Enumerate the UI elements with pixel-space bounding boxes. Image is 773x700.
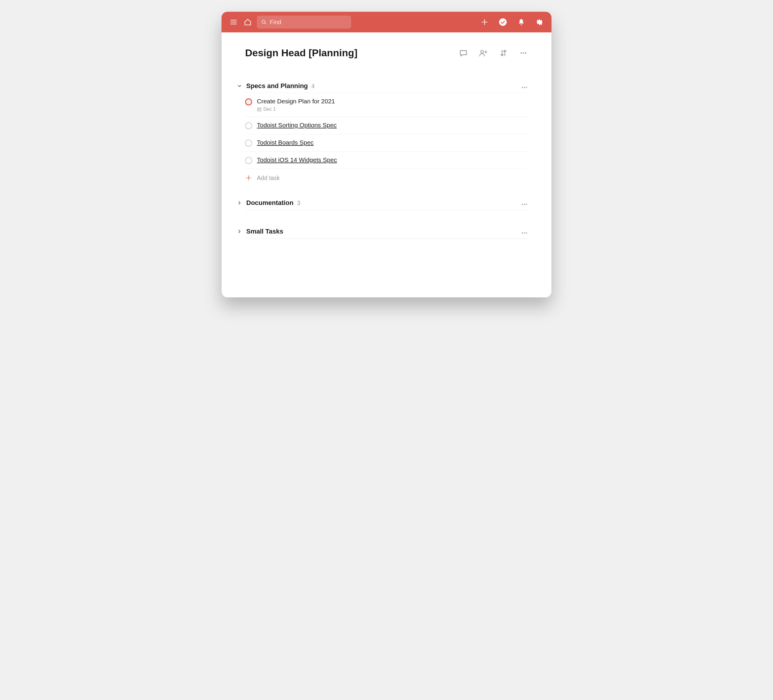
project-header: Design Head [Planning]	[245, 47, 528, 59]
project-actions	[459, 49, 528, 58]
task-row[interactable]: Todoist Sorting Options Spec	[245, 117, 528, 134]
task-title: Todoist Boards Spec	[257, 139, 528, 146]
plus-icon	[481, 18, 488, 26]
task-row[interactable]: Create Design Plan for 2021 Dec 1	[245, 93, 528, 117]
project-title: Design Head [Planning]	[245, 47, 358, 59]
project-more-button[interactable]	[519, 49, 528, 58]
task-checkbox[interactable]	[245, 140, 252, 147]
svg-point-17	[524, 87, 525, 88]
share-button[interactable]	[479, 49, 488, 58]
check-circle-icon	[499, 18, 507, 26]
svg-point-24	[522, 204, 523, 205]
quick-add-button[interactable]	[480, 17, 490, 27]
more-icon	[521, 201, 528, 208]
topbar-right	[480, 17, 544, 27]
task-title: Todoist Sorting Options Spec	[257, 122, 528, 129]
svg-point-16	[522, 87, 523, 88]
bell-icon	[518, 18, 525, 26]
home-button[interactable]	[243, 17, 253, 27]
svg-point-29	[526, 232, 527, 233]
task-checkbox[interactable]	[245, 122, 252, 129]
task-row[interactable]: Todoist Boards Spec	[245, 134, 528, 152]
add-task-label: Add task	[257, 175, 280, 181]
svg-point-7	[499, 18, 507, 26]
section-specs-and-planning: Specs and Planning 4 Create Design Plan …	[245, 82, 528, 181]
more-icon	[520, 49, 527, 57]
svg-point-26	[526, 204, 527, 205]
chevron-right-icon	[237, 229, 242, 234]
topbar	[222, 12, 551, 33]
section-more-button[interactable]	[521, 84, 528, 91]
svg-point-18	[526, 87, 527, 88]
comment-icon	[459, 49, 467, 57]
divider	[245, 210, 528, 210]
productivity-button[interactable]	[498, 17, 508, 27]
chevron-down-icon	[237, 83, 242, 89]
task-list: Create Design Plan for 2021 Dec 1 Todois…	[245, 93, 528, 181]
section-documentation: Documentation 3	[245, 199, 528, 210]
gear-icon	[536, 18, 544, 26]
svg-point-15	[525, 52, 526, 53]
search-box[interactable]	[257, 16, 351, 29]
content: Design Head [Planning]	[222, 33, 551, 297]
search-input[interactable]	[270, 19, 347, 26]
more-icon	[521, 229, 528, 237]
task-title: Todoist iOS 14 Widgets Spec	[257, 156, 528, 163]
section-title: Small Tasks	[246, 228, 283, 235]
add-task-button[interactable]: Add task	[245, 169, 528, 181]
section-title: Specs and Planning	[246, 82, 308, 90]
svg-point-27	[522, 232, 523, 233]
app-window: Design Head [Planning]	[222, 12, 551, 297]
section-count: 3	[297, 200, 300, 207]
calendar-icon	[257, 107, 262, 112]
task-due: Dec 1	[257, 107, 528, 112]
section-small-tasks: Small Tasks	[245, 228, 528, 238]
svg-point-13	[521, 52, 522, 53]
task-checkbox[interactable]	[245, 157, 252, 164]
svg-point-14	[523, 52, 524, 53]
plus-icon	[245, 174, 252, 181]
task-title: Create Design Plan for 2021	[257, 98, 528, 105]
home-icon	[244, 18, 252, 26]
add-user-icon	[479, 49, 488, 57]
menu-icon	[230, 18, 237, 26]
section-more-button[interactable]	[521, 201, 528, 208]
section-toggle[interactable]	[236, 228, 243, 235]
svg-point-8	[481, 50, 484, 53]
notifications-button[interactable]	[516, 17, 526, 27]
section-count: 4	[311, 83, 315, 90]
task-checkbox[interactable]	[245, 99, 252, 105]
topbar-left	[229, 16, 351, 29]
sort-icon	[499, 49, 508, 57]
section-toggle[interactable]	[236, 83, 243, 89]
more-icon	[521, 84, 528, 91]
chevron-right-icon	[237, 200, 242, 205]
svg-line-4	[265, 23, 266, 24]
svg-point-25	[524, 204, 525, 205]
section-title: Documentation	[246, 199, 293, 207]
menu-button[interactable]	[229, 17, 238, 27]
section-toggle[interactable]	[236, 200, 243, 206]
section-more-button[interactable]	[521, 229, 528, 237]
settings-button[interactable]	[535, 17, 544, 27]
svg-point-28	[524, 232, 525, 233]
search-icon	[261, 19, 267, 25]
comments-button[interactable]	[459, 49, 468, 58]
task-due-label: Dec 1	[263, 107, 276, 112]
sort-button[interactable]	[499, 49, 508, 58]
task-row[interactable]: Todoist iOS 14 Widgets Spec	[245, 152, 528, 169]
divider	[245, 238, 528, 238]
